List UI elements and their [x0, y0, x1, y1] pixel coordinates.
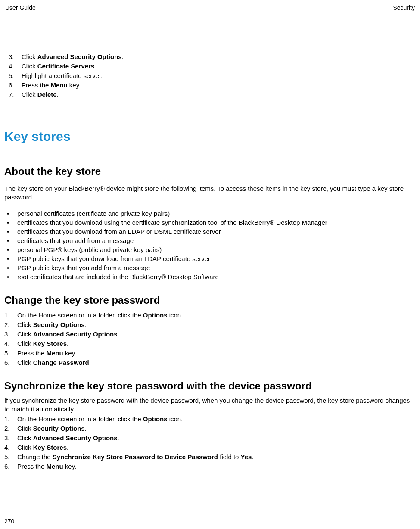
page-number: 270: [4, 518, 14, 525]
list-item: 5.Press the Menu key.: [4, 349, 416, 358]
list-item: •personal certificates (certificate and …: [4, 209, 416, 218]
list-item: 3.Click Advanced Security Options.: [9, 52, 416, 61]
heading-synchronize: Synchronize the key store password with …: [4, 380, 416, 392]
intro-paragraph: The key store on your BlackBerry® device…: [4, 184, 416, 202]
list-item: 4.Click Certificate Servers.: [9, 62, 416, 71]
list-item: •PGP public keys that you add from a mes…: [4, 263, 416, 272]
list-item: 1.On the Home screen or in a folder, cli…: [4, 414, 416, 423]
list-item: •root certificates that are included in …: [4, 272, 416, 281]
top-ordered-list: 3.Click Advanced Security Options. 4.Cli…: [4, 52, 416, 99]
list-item: 1.On the Home screen or in a folder, cli…: [4, 311, 416, 320]
header-left: User Guide: [5, 4, 36, 11]
list-item: 5.Change the Synchronize Key Store Passw…: [4, 452, 416, 461]
list-item: •PGP public keys that you download from …: [4, 254, 416, 263]
list-item: 6.Click Change Password.: [4, 358, 416, 367]
list-item: 3.Click Advanced Security Options.: [4, 330, 416, 339]
heading-change-password: Change the key store password: [4, 294, 416, 306]
page-header: User Guide Security: [4, 4, 416, 11]
list-item: •certificates that you add from a messag…: [4, 236, 416, 245]
list-item: 6.Press the Menu key.: [4, 462, 416, 471]
heading-about-key-store: About the key store: [4, 165, 416, 177]
bullet-list: •personal certificates (certificate and …: [4, 209, 416, 281]
change-list: 1.On the Home screen or in a folder, cli…: [4, 311, 416, 367]
heading-key-stores: Key stores: [4, 129, 416, 144]
sync-intro: If you synchronize the key store passwor…: [4, 396, 416, 414]
sync-list: 1.On the Home screen or in a folder, cli…: [4, 414, 416, 471]
list-item: 2.Click Security Options.: [4, 424, 416, 433]
header-right: Security: [393, 4, 415, 11]
list-item: 5.Highlight a certificate server.: [9, 71, 416, 80]
list-item: 2.Click Security Options.: [4, 320, 416, 329]
list-item: •certificates that you download using th…: [4, 218, 416, 227]
list-item: •certificates that you download from an …: [4, 227, 416, 236]
list-item: 4.Click Key Stores.: [4, 443, 416, 452]
list-item: 3.Click Advanced Security Options.: [4, 433, 416, 442]
list-item: 7.Click Delete.: [9, 90, 416, 99]
list-item: •personal PGP® keys (public and private …: [4, 245, 416, 254]
list-item: 6.Press the Menu key.: [9, 81, 416, 90]
list-item: 4.Click Key Stores.: [4, 339, 416, 348]
